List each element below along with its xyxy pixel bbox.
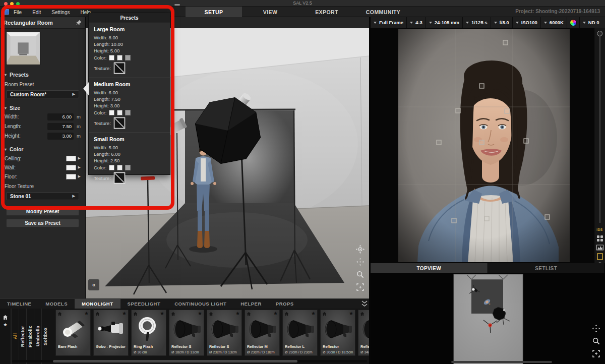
library-scrollbar[interactable] <box>12 360 367 362</box>
library-tab[interactable]: CONTINUOUS LIGHT <box>167 299 233 309</box>
ids-button[interactable]: IDS <box>594 228 605 231</box>
view-tab[interactable]: TOPVIEW <box>371 263 488 273</box>
color-section-header[interactable]: ▾ Color <box>0 146 85 152</box>
light-card[interactable]: ★ <box>358 310 369 356</box>
zoom-slider-track[interactable] <box>599 32 600 223</box>
library-tab[interactable]: TIMELINE <box>0 299 38 309</box>
camera-setting-dropdown[interactable]: 6000K <box>541 17 567 28</box>
menu-item[interactable]: Edit <box>32 10 41 15</box>
light-card[interactable]: ★ <box>93 310 129 356</box>
camera-preview-panel[interactable]: IDS <box>371 28 605 263</box>
chevron-down-icon: ▾ <box>5 73 7 77</box>
camera-setting-dropdown[interactable]: f/8.0 <box>491 17 513 28</box>
orbit-icon[interactable] <box>356 245 365 254</box>
main-tab[interactable]: COMMUNITY <box>355 7 411 17</box>
view-tab[interactable]: SETLIST <box>488 263 605 273</box>
library-tab[interactable]: SPEEDLIGHT <box>120 299 168 309</box>
favorite-star-icon[interactable]: ★ <box>198 311 202 316</box>
home-icon[interactable] <box>95 312 100 316</box>
double-chevron-down-icon[interactable] <box>361 300 368 307</box>
light-card[interactable]: ★ <box>320 310 355 356</box>
save-as-preset-button[interactable]: Save as Preset <box>6 219 79 227</box>
home-icon[interactable] <box>171 312 175 316</box>
grid-view-icon[interactable] <box>596 235 603 242</box>
favorite-star-icon[interactable]: ★ <box>122 311 127 316</box>
modify-preset-button[interactable]: Modify Preset <box>6 207 79 216</box>
light-card[interactable]: ★ <box>207 310 242 356</box>
camera-setting-dropdown[interactable]: Full Frame <box>371 17 407 28</box>
pan-icon[interactable] <box>592 324 600 333</box>
home-icon[interactable] <box>247 312 251 316</box>
color-row: Ceiling: ▶ <box>0 155 85 161</box>
menu-item[interactable]: File <box>14 10 22 15</box>
camera-preview-image <box>398 29 570 262</box>
home-icon[interactable] <box>322 312 327 316</box>
category-tab[interactable]: Reflector <box>19 309 26 364</box>
light-card[interactable]: ★ <box>169 310 204 356</box>
category-tab[interactable]: Umbrella <box>34 309 41 364</box>
library-tab[interactable]: PROPS <box>269 299 301 309</box>
light-card[interactable]: ★ <box>282 310 318 356</box>
splitter-handle[interactable] <box>174 4 180 6</box>
floor-texture-dropdown[interactable]: Stone 01 ▶ <box>6 192 79 200</box>
color-swatch-button[interactable] <box>66 156 76 161</box>
light-card[interactable]: ★ <box>245 310 280 356</box>
home-icon[interactable] <box>360 312 365 316</box>
fit-view-icon[interactable] <box>592 349 600 358</box>
zoom-icon[interactable] <box>592 337 600 345</box>
white-balance-color-button[interactable] <box>567 17 580 28</box>
menu-item[interactable]: Settings <box>51 10 70 15</box>
favorite-star-icon[interactable]: ★ <box>273 311 278 316</box>
zoom-slider-handle[interactable] <box>597 31 602 36</box>
light-card[interactable]: ★ <box>55 310 91 356</box>
scrollbar-thumb[interactable] <box>53 360 297 362</box>
pan-icon[interactable] <box>356 258 365 266</box>
topview-panel[interactable] <box>371 273 605 364</box>
preset-option[interactable]: Small Room Width: 5.00 Length: 6.00 Heig… <box>89 133 170 188</box>
collapse-panel-button[interactable]: « <box>88 279 99 290</box>
home-icon[interactable] <box>284 312 289 316</box>
size-input[interactable]: 3.00 <box>47 133 74 140</box>
camera-setting-dropdown[interactable]: 1/125 s <box>463 17 491 28</box>
favorites-filter-icon[interactable]: ★ <box>3 323 7 327</box>
zoom-icon[interactable] <box>356 270 365 279</box>
favorite-star-icon[interactable]: ★ <box>160 311 164 316</box>
main-tab[interactable]: SETUP <box>186 7 242 17</box>
favorite-star-icon[interactable]: ★ <box>349 311 353 316</box>
library-tab[interactable]: MODELS <box>38 299 75 309</box>
fit-view-icon[interactable] <box>356 283 365 291</box>
home-icon[interactable] <box>209 312 213 316</box>
color-swatch-button[interactable] <box>66 165 76 170</box>
histogram-icon[interactable] <box>596 244 603 251</box>
size-section-header[interactable]: ▾ Size <box>0 105 85 111</box>
chevron-right-icon: ▶ <box>78 165 81 169</box>
room-preset-dropdown[interactable]: Custom Room* ▶ <box>6 90 79 98</box>
favorite-star-icon[interactable]: ★ <box>235 311 240 316</box>
camera-setting-dropdown[interactable]: 24-105 mm <box>426 17 463 28</box>
preset-option[interactable]: Large Room Width: 8.00 Length: 10.00 Hei… <box>89 23 170 78</box>
home-icon[interactable] <box>57 312 62 316</box>
size-input[interactable]: 6.00 <box>47 113 74 120</box>
preset-option[interactable]: Medium Room Width: 6.00 Length: 7.50 Hei… <box>89 78 170 133</box>
category-tab[interactable]: Parabolic <box>26 309 34 364</box>
light-card[interactable]: ★ <box>131 310 166 356</box>
library-tab[interactable]: HELPER <box>233 299 269 309</box>
main-tab[interactable]: VIEW <box>242 7 298 17</box>
library-tab[interactable]: MONOLIGHT <box>75 299 120 309</box>
app-icon[interactable] <box>4 9 9 15</box>
main-tab[interactable]: EXPORT <box>298 7 355 17</box>
category-tab[interactable]: Softbox <box>41 309 49 364</box>
presets-section-header[interactable]: ▾ Presets <box>0 72 85 78</box>
home-icon[interactable] <box>133 312 138 316</box>
pin-icon[interactable] <box>76 20 82 26</box>
camera-setting-dropdown[interactable]: 4:3 <box>407 17 426 28</box>
color-swatch-button[interactable] <box>66 174 76 179</box>
favorite-star-icon[interactable]: ★ <box>84 311 89 316</box>
size-input[interactable]: 7.50 <box>47 123 74 130</box>
favorite-star-icon[interactable]: ★ <box>311 311 316 316</box>
nd-filter-dropdown[interactable]: ND 0 <box>580 17 602 28</box>
home-filter-icon[interactable] <box>3 315 8 320</box>
category-tab[interactable]: All <box>11 309 19 364</box>
frame-overlay-icon[interactable] <box>596 253 603 260</box>
camera-setting-dropdown[interactable]: ISO100 <box>513 17 541 28</box>
